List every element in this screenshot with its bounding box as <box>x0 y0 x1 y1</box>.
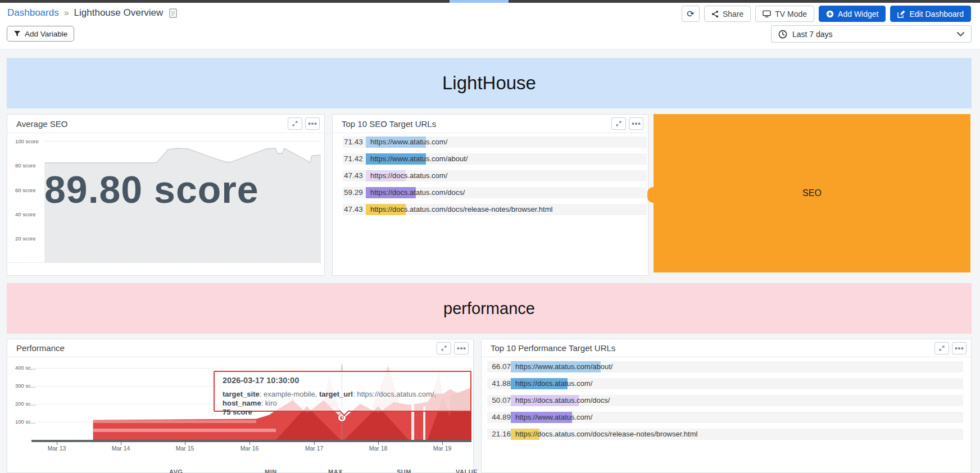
url-bar-row[interactable]: 21.16 https://docs.atatus.com/docs/relea… <box>487 429 963 440</box>
x-axis-label: Mar 16 <box>237 445 262 452</box>
add-variable-button[interactable]: Add Variable <box>7 26 74 42</box>
url-value: 41.88 <box>489 378 511 389</box>
legend-stat[interactable]: AVG <box>169 469 183 473</box>
y-axis-label: 80 score <box>15 162 35 169</box>
url-label: https://docs.atatus.com/docs/release-not… <box>370 204 552 215</box>
url-bar-row[interactable]: 66.07 https://www.atatus.com/about/ <box>487 361 963 372</box>
tv-mode-label: TV Mode <box>775 10 807 19</box>
top-performance-urls-widget: Top 10 Performance Target URLs ●●● 66.07… <box>481 339 972 473</box>
expand-icon[interactable] <box>437 342 451 354</box>
ellipsis-menu-icon[interactable]: ●●● <box>305 117 320 130</box>
top-scrollbar-thumb[interactable] <box>450 0 509 3</box>
url-bar-list: 71.43 https://www.atatus.com/ 71.42 http… <box>333 137 648 221</box>
ellipsis-menu-icon[interactable]: ●●● <box>454 342 469 354</box>
url-label: https://docs.atatus.com/ <box>370 170 447 181</box>
add-variable-label: Add Variable <box>25 30 67 38</box>
expand-icon[interactable] <box>611 117 626 130</box>
page-title: Lighthouse Overview <box>74 7 164 19</box>
time-range-label: Last 7 days <box>792 30 833 39</box>
y-axis-label: 60 score <box>15 187 35 193</box>
document-icon <box>169 8 177 18</box>
performance-banner-label: performance <box>443 299 535 318</box>
refresh-icon: ⟳ <box>687 8 694 19</box>
seo-group-block[interactable]: SEO <box>654 114 970 272</box>
url-bar-row[interactable]: 44.89 https://www.atatus.com/ <box>487 412 963 423</box>
edit-icon <box>897 10 905 18</box>
legend-stat[interactable]: VALUE <box>456 469 478 473</box>
url-value: 21.16 <box>489 429 511 440</box>
ellipsis-menu-icon[interactable]: ●●● <box>629 117 643 130</box>
url-bar-row[interactable]: 59.29 https://docs.atatus.com/docs/ <box>343 187 647 198</box>
share-label: Share <box>723 10 743 19</box>
tooltip-value: : https://docs.atatus.com/, <box>353 390 436 398</box>
url-bar-row[interactable]: 71.43 https://www.atatus.com/ <box>343 137 647 148</box>
url-label: https://docs.atatus.com/docs/ <box>370 187 465 198</box>
url-bar-row[interactable]: 41.88 https://docs.atatus.com/ <box>487 378 963 389</box>
legend-stat[interactable]: MAX <box>328 469 343 473</box>
widget-title: Average SEO <box>16 119 67 129</box>
tooltip-score: 75 score <box>223 408 462 417</box>
ellipsis-menu-icon[interactable]: ●●● <box>952 342 967 354</box>
url-value: 47.43 <box>344 170 362 181</box>
url-label: https://www.atatus.com/ <box>370 137 447 148</box>
breadcrumb-dashboards-link[interactable]: Dashboards <box>7 7 59 19</box>
url-label: https://www.atatus.com/about/ <box>515 361 612 372</box>
widget-header: Performance ●●● <box>7 339 473 357</box>
legend-stats-row: AVG MIN MAX SUM VALUE <box>7 469 473 473</box>
clock-icon <box>778 30 787 39</box>
average-seo-widget: Average SEO ●●● 100 score 80 score 60 sc… <box>7 114 325 276</box>
expand-icon[interactable] <box>288 117 302 130</box>
chart-baseline <box>8 262 321 263</box>
url-value: 50.07 <box>489 395 511 406</box>
lighthouse-banner-label: LightHouse <box>442 72 536 94</box>
x-axis-label: Mar 14 <box>108 445 133 452</box>
url-label: https://docs.atatus.com/ <box>515 378 592 389</box>
tooltip-value: : example-mobile, <box>260 390 319 398</box>
chevron-down-icon <box>957 32 964 37</box>
lighthouse-banner: LightHouse <box>7 58 972 108</box>
x-axis-label: Mar 15 <box>173 445 197 452</box>
top-seo-urls-widget: Top 10 SEO Target URLs ●●● 71.43 https:/… <box>332 114 648 276</box>
toolbar: ⟳ Share TV Mode Add Widget Edit Dashboar… <box>682 6 971 22</box>
tooltip-key: target_url <box>319 390 353 398</box>
url-label: https://docs.atatus.com/docs/ <box>515 395 610 406</box>
x-axis-label: Mar 19 <box>430 445 455 452</box>
url-value: 66.07 <box>489 361 511 372</box>
edit-dashboard-label: Edit Dashboard <box>909 10 964 19</box>
x-axis-line <box>31 440 471 442</box>
widget-title: Top 10 Performance Target URLs <box>491 343 615 353</box>
widget-title: Performance <box>16 343 65 353</box>
seo-group-label: SEO <box>802 188 822 198</box>
time-range-select[interactable]: Last 7 days <box>771 25 972 43</box>
y-axis-label: 20 score <box>15 235 35 242</box>
performance-widget: Performance ●●● 400 sc... 300 sc... 200 … <box>7 339 474 473</box>
tv-icon <box>763 10 771 17</box>
add-widget-label: Add Widget <box>838 10 878 19</box>
average-seo-big-value: 89.80 score <box>44 167 259 211</box>
tv-mode-button[interactable]: TV Mode <box>755 6 814 22</box>
tooltip-timestamp: 2026-03-17 10:30:00 <box>223 376 462 385</box>
expand-icon[interactable] <box>934 342 949 354</box>
url-value: 71.42 <box>344 153 362 165</box>
tooltip-value: : kiro <box>261 399 277 407</box>
edit-dashboard-button[interactable]: Edit Dashboard <box>890 6 971 22</box>
url-value: 44.89 <box>489 412 511 423</box>
refresh-button[interactable]: ⟳ <box>682 6 700 22</box>
dashboard-page: Dashboards » Lighthouse Overview ⟳ Share… <box>0 0 980 473</box>
filter-icon <box>13 30 21 37</box>
url-label: https://www.atatus.com/about/ <box>370 153 468 165</box>
top-scrollbar-track <box>0 0 980 3</box>
page-header: Dashboards » Lighthouse Overview ⟳ Share… <box>0 0 980 49</box>
url-bar-row[interactable]: 71.42 https://www.atatus.com/about/ <box>343 153 647 165</box>
url-bar-row[interactable]: 50.07 https://docs.atatus.com/docs/ <box>487 395 963 406</box>
url-label: https://docs.atatus.com/docs/release-not… <box>515 429 697 440</box>
legend-stat[interactable]: SUM <box>397 469 411 473</box>
x-axis-label: Mar 13 <box>44 445 69 452</box>
add-widget-button[interactable]: Add Widget <box>819 6 886 22</box>
legend-stat[interactable]: MIN <box>265 469 277 473</box>
tooltip-key: target_site <box>223 390 260 398</box>
url-bar-row[interactable]: 47.43 https://docs.atatus.com/docs/relea… <box>343 204 647 215</box>
url-bar-row[interactable]: 47.43 https://docs.atatus.com/ <box>343 170 647 181</box>
url-label: https://www.atatus.com/ <box>515 412 592 423</box>
share-button[interactable]: Share <box>704 6 751 22</box>
